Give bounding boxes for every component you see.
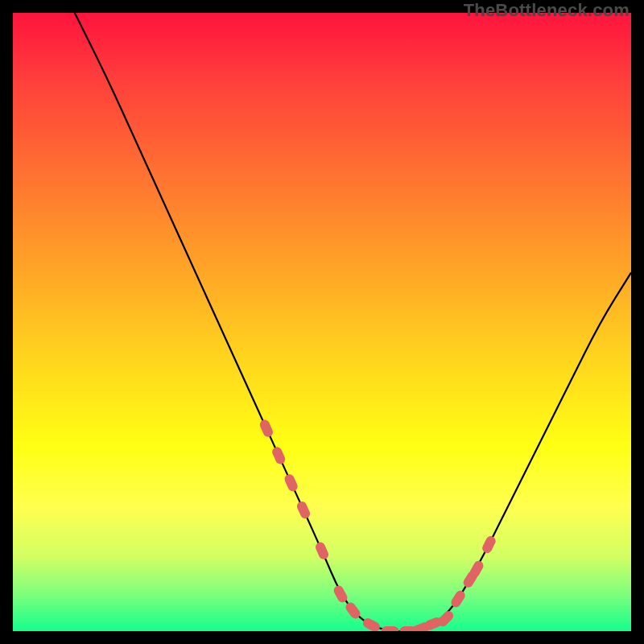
curve-marker-pill bbox=[295, 500, 312, 520]
curve-markers bbox=[258, 419, 497, 631]
attribution-text: TheBottleneck.com bbox=[464, 0, 630, 21]
chart-container: TheBottleneck.com bbox=[0, 0, 644, 644]
curve-svg bbox=[13, 13, 631, 631]
curve-marker-pill bbox=[283, 473, 299, 493]
curve-marker-pill bbox=[361, 617, 382, 631]
curve-marker-pill bbox=[258, 419, 275, 439]
curve-marker-pill bbox=[314, 541, 330, 561]
curve-marker-pill bbox=[481, 535, 497, 555]
curve-marker-pill bbox=[270, 445, 287, 465]
plot-area bbox=[13, 13, 631, 631]
bottleneck-curve-line bbox=[75, 13, 631, 631]
curve-marker-pill bbox=[382, 626, 399, 631]
